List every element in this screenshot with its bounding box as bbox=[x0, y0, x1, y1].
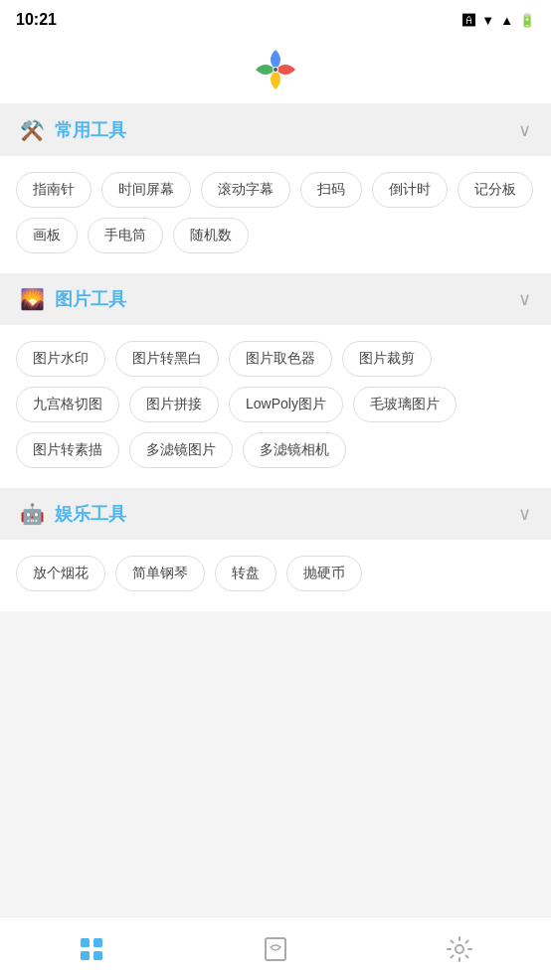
tag-chip[interactable]: 毛玻璃图片 bbox=[353, 387, 457, 422]
section-icon-entertainment: 🤖 bbox=[20, 502, 45, 526]
status-time: 10:21 bbox=[16, 11, 57, 29]
favorites-icon bbox=[262, 935, 289, 963]
section-header-image[interactable]: 🌄 图片工具 ∨ bbox=[0, 273, 551, 325]
section-title-entertainment: 娱乐工具 bbox=[55, 502, 126, 526]
sections-container: ⚒️ 常用工具 ∨ 指南针时间屏幕滚动字幕扫码倒计时记分板画板手电筒随机数 🌄 … bbox=[0, 104, 551, 611]
tag-chip[interactable]: 转盘 bbox=[215, 556, 276, 591]
section-title-group-entertainment: 🤖 娱乐工具 bbox=[20, 502, 126, 526]
bottom-nav bbox=[0, 916, 551, 980]
tag-chip[interactable]: 图片转素描 bbox=[16, 432, 119, 468]
tag-chip[interactable]: 抛硬币 bbox=[286, 556, 362, 591]
section-header-common[interactable]: ⚒️ 常用工具 ∨ bbox=[0, 104, 551, 156]
svg-point-7 bbox=[456, 945, 463, 953]
tag-chip[interactable]: 图片取色器 bbox=[229, 341, 332, 377]
tags-row-common: 指南针时间屏幕滚动字幕扫码倒计时记分板画板手电筒随机数 bbox=[16, 172, 535, 253]
tag-chip[interactable]: 图片水印 bbox=[16, 341, 105, 377]
section-title-image: 图片工具 bbox=[55, 287, 126, 311]
tag-chip[interactable]: 记分板 bbox=[458, 172, 533, 208]
wifi-icon: ▼ bbox=[481, 13, 494, 28]
tag-chip[interactable]: 时间屏幕 bbox=[101, 172, 191, 208]
chevron-down-icon-image[interactable]: ∨ bbox=[518, 288, 531, 310]
section-body-image: 图片水印图片转黑白图片取色器图片裁剪九宫格切图图片拼接LowPoly图片毛玻璃图… bbox=[0, 325, 551, 488]
tag-chip[interactable]: LowPoly图片 bbox=[229, 387, 343, 422]
section-image-tools: 🌄 图片工具 ∨ 图片水印图片转黑白图片取色器图片裁剪九宫格切图图片拼接LowP… bbox=[0, 273, 551, 488]
section-title-group-image: 🌄 图片工具 bbox=[20, 287, 126, 311]
svg-rect-5 bbox=[93, 951, 102, 960]
tag-chip[interactable]: 滚动字幕 bbox=[201, 172, 290, 208]
svg-point-1 bbox=[274, 68, 277, 72]
section-header-entertainment[interactable]: 🤖 娱乐工具 ∨ bbox=[0, 488, 551, 540]
status-icons: 🅰 ▼ ▲ 🔋 bbox=[462, 13, 535, 28]
tag-chip[interactable]: 扫码 bbox=[300, 172, 362, 208]
signal-icon: ▲ bbox=[500, 13, 513, 28]
keyboard-icon: 🅰 bbox=[462, 13, 475, 28]
tag-chip[interactable]: 图片拼接 bbox=[129, 387, 219, 422]
section-icon-common: ⚒️ bbox=[20, 118, 45, 142]
tag-chip[interactable]: 九宫格切图 bbox=[16, 387, 119, 422]
section-title-common: 常用工具 bbox=[55, 118, 126, 142]
section-body-entertainment: 放个烟花简单钢琴转盘抛硬币 bbox=[0, 540, 551, 611]
section-body-common: 指南针时间屏幕滚动字幕扫码倒计时记分板画板手电筒随机数 bbox=[0, 156, 551, 273]
apps-icon bbox=[78, 935, 105, 963]
tag-chip[interactable]: 多滤镜相机 bbox=[243, 432, 346, 468]
status-bar: 10:21 🅰 ▼ ▲ 🔋 bbox=[0, 0, 551, 40]
tag-chip[interactable]: 图片转黑白 bbox=[115, 341, 219, 377]
tag-chip[interactable]: 指南针 bbox=[16, 172, 92, 208]
tag-chip[interactable]: 图片裁剪 bbox=[342, 341, 432, 377]
tags-row-image: 图片水印图片转黑白图片取色器图片裁剪九宫格切图图片拼接LowPoly图片毛玻璃图… bbox=[16, 341, 535, 468]
chevron-down-icon-common[interactable]: ∨ bbox=[518, 119, 531, 141]
chevron-down-icon-entertainment[interactable]: ∨ bbox=[518, 503, 531, 525]
settings-icon bbox=[446, 935, 473, 963]
nav-item-settings[interactable] bbox=[367, 917, 551, 980]
app-logo bbox=[256, 50, 295, 89]
tag-chip[interactable]: 倒计时 bbox=[372, 172, 448, 208]
section-common-tools: ⚒️ 常用工具 ∨ 指南针时间屏幕滚动字幕扫码倒计时记分板画板手电筒随机数 bbox=[0, 104, 551, 273]
svg-rect-2 bbox=[81, 938, 90, 947]
tag-chip[interactable]: 放个烟花 bbox=[16, 556, 105, 591]
nav-item-apps[interactable] bbox=[0, 917, 184, 980]
section-title-group: ⚒️ 常用工具 bbox=[20, 118, 126, 142]
battery-icon: 🔋 bbox=[519, 13, 535, 28]
tags-row-entertainment: 放个烟花简单钢琴转盘抛硬币 bbox=[16, 556, 535, 591]
section-icon-image: 🌄 bbox=[20, 287, 45, 311]
tag-chip[interactable]: 多滤镜图片 bbox=[129, 432, 233, 468]
svg-rect-6 bbox=[266, 938, 285, 960]
tag-chip[interactable]: 手电筒 bbox=[88, 218, 163, 253]
tag-chip[interactable]: 画板 bbox=[16, 218, 78, 253]
nav-item-favorites[interactable] bbox=[184, 917, 368, 980]
svg-rect-3 bbox=[93, 938, 102, 947]
tag-chip[interactable]: 简单钢琴 bbox=[115, 556, 205, 591]
app-header bbox=[0, 40, 551, 104]
section-entertainment-tools: 🤖 娱乐工具 ∨ 放个烟花简单钢琴转盘抛硬币 bbox=[0, 488, 551, 611]
tag-chip[interactable]: 随机数 bbox=[173, 218, 249, 253]
svg-rect-4 bbox=[81, 951, 90, 960]
